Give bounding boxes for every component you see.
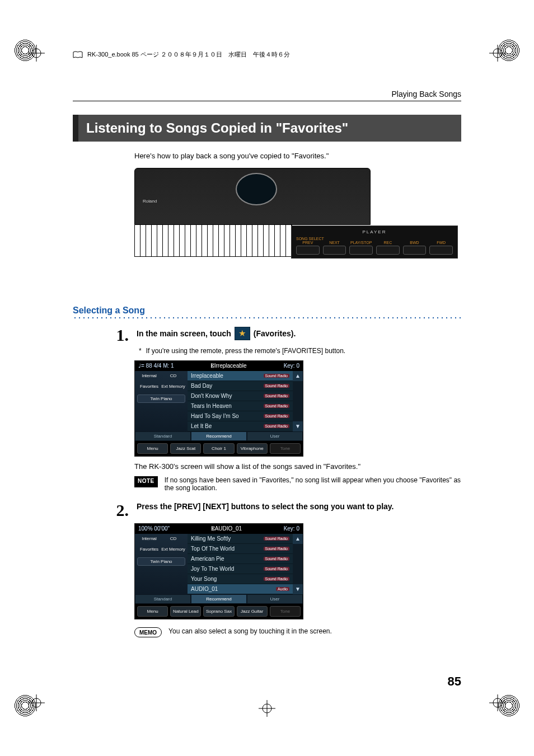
scrollbar[interactable]: ▲ ▼ — [293, 534, 303, 594]
dotted-rule — [73, 317, 461, 319]
rec-button[interactable] — [376, 246, 400, 255]
source-ext-memory[interactable]: Ext Memory — [161, 547, 185, 552]
tab-recommend[interactable]: Recommend — [191, 594, 247, 604]
step-number: 2. — [106, 502, 129, 519]
source-favorites[interactable]: Favorites — [137, 547, 161, 552]
registration-mark-icon — [28, 45, 45, 62]
source-favorites[interactable]: Favorites — [137, 384, 161, 389]
tab-user[interactable]: User — [247, 594, 303, 604]
scrollbar[interactable]: ▲ ▼ — [293, 371, 303, 431]
tone-button[interactable]: Natural Lead — [170, 606, 201, 617]
fwd-button[interactable] — [429, 246, 453, 255]
subsection-heading: Selecting a Song — [73, 306, 461, 316]
note-badge: NOTE — [134, 476, 158, 487]
brand-label: Roland — [143, 199, 157, 204]
scroll-up-icon[interactable]: ▲ — [293, 534, 303, 544]
tab-standard[interactable]: Standard — [135, 594, 191, 604]
asterisk: * — [139, 347, 142, 355]
step-text: In the main screen, touch — [137, 329, 231, 338]
btn-label: REC — [376, 241, 400, 245]
source-internal[interactable]: Internal — [137, 373, 161, 378]
bwd-button[interactable] — [403, 246, 427, 255]
favorites-icon[interactable] — [235, 327, 250, 340]
play-stop-button[interactable] — [349, 246, 373, 255]
list-item[interactable]: Don't Know WhySound Radio — [188, 391, 293, 401]
list-item[interactable]: IrreplaceableSound Radio — [188, 371, 293, 381]
scroll-down-icon[interactable]: ▼ — [293, 421, 303, 431]
list-item[interactable]: Top Of The WorldSound Radio — [188, 544, 293, 554]
device-screenshot-2: 100% 00'00" 𝄡AUDIO_01 Key: 0 Internal CD… — [134, 523, 303, 619]
note-block: NOTE If no songs have been saved in "Fav… — [134, 476, 461, 492]
device-screen-icon — [236, 173, 277, 205]
source-internal[interactable]: Internal — [137, 536, 161, 541]
registration-mark-icon — [259, 700, 275, 717]
menu-button[interactable]: Menu — [137, 443, 168, 454]
running-header: Playing Back Songs — [73, 90, 461, 98]
list-item[interactable]: Killing Me SoftlySound Radio — [188, 534, 293, 544]
header-rule — [73, 101, 461, 101]
source-cd[interactable]: CD — [161, 536, 185, 541]
tab-recommend[interactable]: Recommend — [191, 431, 247, 441]
current-song: AUDIO_01 — [215, 525, 242, 532]
tone-button[interactable]: Vibraphone — [237, 443, 268, 454]
device-screenshot-1: ♩= 88 4/4 M: 1 𝄡Irreplaceable Key: 0 Int… — [134, 360, 303, 457]
memo-badge: MEMO — [134, 627, 162, 637]
paragraph: The RK-300's screen will show a list of … — [134, 462, 461, 471]
list-item[interactable]: Your SongSound Radio — [188, 574, 293, 584]
footnote-text: If you're using the remote, press the re… — [146, 347, 346, 355]
tone-button[interactable]: Jazz Scat — [170, 443, 201, 454]
tab-standard[interactable]: Standard — [135, 431, 191, 441]
twin-piano-button[interactable]: Twin Piano — [137, 395, 185, 403]
source-cd[interactable]: CD — [161, 373, 185, 378]
step-text: Press the [PREV] [NEXT] buttons to selec… — [137, 502, 394, 511]
source-ext-memory[interactable]: Ext Memory — [161, 384, 185, 389]
section-title: Listening to Songs Copied in "Favorites" — [73, 115, 461, 142]
step-text: (Favorites). — [254, 329, 296, 338]
registration-mark-icon — [489, 694, 506, 711]
progress-readout: 100% 00'00" — [138, 525, 170, 532]
twin-piano-button[interactable]: Twin Piano — [137, 557, 185, 566]
list-item[interactable]: American PieSound Radio — [188, 554, 293, 564]
footnote: * If you're using the remote, press the … — [139, 347, 461, 355]
tone-button[interactable]: Tone — [270, 606, 301, 617]
memo-text: You can also select a song by touching i… — [168, 627, 461, 637]
list-item[interactable]: Tears In HeavenSound Radio — [188, 401, 293, 411]
intro-text: Here's how to play back a song you've co… — [134, 152, 461, 160]
tone-button[interactable]: Choir 1 — [203, 443, 234, 454]
page-number: 85 — [448, 674, 461, 689]
registration-mark-icon — [28, 694, 45, 711]
memo-block: MEMO You can also select a song by touch… — [134, 627, 461, 637]
btn-label: NEXT — [323, 241, 346, 245]
player-panel: PLAYER SONG SELECT PREV NEXT PLAY/STOP R… — [291, 226, 458, 259]
song-list: IrreplaceableSound Radio Bad DaySound Ra… — [188, 371, 293, 431]
tone-button[interactable]: Jazz Guitar — [237, 606, 268, 617]
player-panel-title: PLAYER — [296, 229, 453, 234]
list-item[interactable]: Bad DaySound Radio — [188, 381, 293, 391]
step-2: 2. Press the [PREV] [NEXT] buttons to se… — [106, 502, 461, 519]
tone-button[interactable]: Tone — [270, 443, 301, 454]
menu-button[interactable]: Menu — [137, 606, 168, 617]
key-readout: Key: 0 — [284, 525, 299, 532]
registration-mark-icon — [489, 45, 506, 62]
tempo-readout: ♩= 88 4/4 M: 1 — [138, 363, 174, 369]
prev-button[interactable] — [296, 246, 320, 255]
btn-label: FWD — [429, 241, 453, 245]
next-button[interactable] — [323, 246, 346, 255]
list-item[interactable]: Hard To Say I'm SoSound Radio — [188, 411, 293, 421]
scroll-up-icon[interactable]: ▲ — [293, 371, 303, 381]
btn-label: BWD — [403, 241, 427, 245]
list-item[interactable]: Let It BeSound Radio — [188, 421, 293, 431]
song-select-label: SONG SELECT — [296, 237, 453, 241]
scroll-down-icon[interactable]: ▼ — [293, 584, 303, 594]
btn-label: PREV — [296, 241, 320, 245]
page: RK-300_e.book 85 ページ ２００８年９月１０日 水曜日 午後４時… — [0, 0, 534, 756]
list-item[interactable]: AUDIO_01Audio — [188, 584, 293, 594]
book-icon — [73, 51, 83, 59]
tab-user[interactable]: User — [247, 431, 303, 441]
list-item[interactable]: Joy To The WorldSound Radio — [188, 564, 293, 574]
note-text: If no songs have been saved in "Favorite… — [165, 476, 461, 492]
print-header-text: RK-300_e.book 85 ページ ２００８年９月１０日 水曜日 午後４時… — [87, 50, 290, 59]
step-1: 1. In the main screen, touch (Favorites)… — [106, 327, 461, 344]
print-header: RK-300_e.book 85 ページ ２００８年９月１０日 水曜日 午後４時… — [73, 50, 290, 59]
tone-button[interactable]: Soprano Sax — [203, 606, 234, 617]
